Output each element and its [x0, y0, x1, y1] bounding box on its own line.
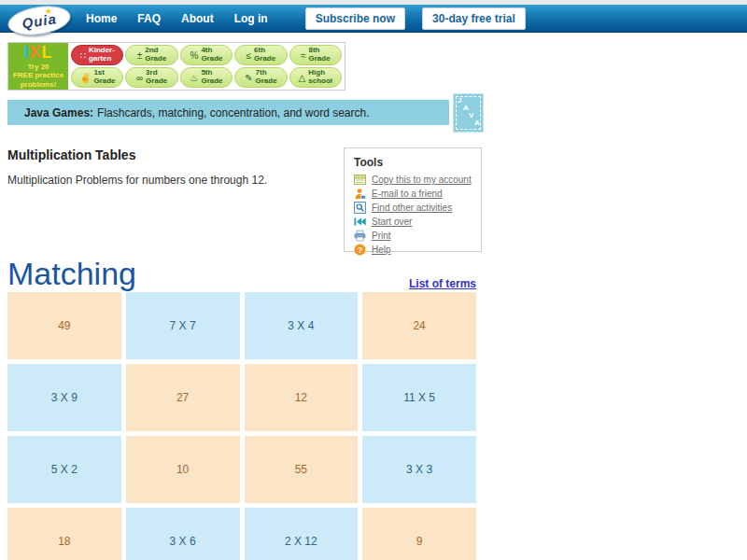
ixl-grade-pill[interactable]: %4th Grade	[180, 45, 233, 65]
nav-home[interactable]: Home	[86, 12, 117, 25]
java-games-banner: Java Games: Flashcards, matching, concen…	[7, 100, 449, 125]
ixl-letter-l: L	[42, 43, 53, 62]
matching-card[interactable]: 55	[245, 436, 359, 503]
ixl-grade-pill[interactable]: ≈8th Grade	[289, 45, 342, 65]
grade-pill-label: 7th Grade	[256, 69, 277, 86]
topbar-nav: Home FAQ About Log in	[86, 12, 268, 25]
matching-card[interactable]: 7 X 7	[126, 292, 240, 359]
matching-card[interactable]: 49	[7, 292, 121, 359]
ixl-grade-pill[interactable]: ±2nd Grade	[125, 45, 177, 65]
java-icon-letter: A	[474, 119, 480, 127]
matching-card[interactable]: 10	[126, 436, 240, 503]
copy-to-account-link[interactable]: Copy this to my account	[372, 175, 472, 185]
ixl-ad-banner[interactable]: IXL Try 20 FREE practice problems! ∷Kind…	[7, 42, 345, 91]
matching-card-grid: 497 X 73 X 4243 X 9271211 X 55 X 210553 …	[7, 292, 476, 560]
plus-minus-icon: ±	[137, 50, 143, 61]
tools-item: ? Help	[354, 245, 472, 255]
ixl-grade-grid: ∷Kinder- garten±2nd Grade%4th Grade≤6th …	[68, 43, 345, 90]
matching-card[interactable]: 3 X 3	[362, 436, 476, 503]
quia-logo[interactable]: Quia ★	[6, 5, 77, 42]
matching-card[interactable]: 9	[362, 508, 476, 560]
hand-icon: ✌	[79, 73, 91, 83]
ixl-grade-pill[interactable]: ✌1st Grade	[71, 67, 123, 88]
ixl-logo: IXL	[23, 44, 52, 61]
tools-item: Copy this to my account	[354, 175, 472, 185]
java-games-text: Flashcards, matching, concentration, and…	[97, 106, 369, 119]
nav-faq[interactable]: FAQ	[137, 12, 161, 25]
grade-pill-label: Kinder- garten	[89, 47, 115, 63]
rewind-icon	[354, 216, 366, 228]
ixl-grade-pill[interactable]: ∞3rd Grade	[125, 67, 177, 88]
list-of-terms-wrap: List of terms	[7, 274, 476, 291]
triangle-icon: △	[299, 73, 306, 83]
topbar-buttons: Subscribe now 30-day free trial	[305, 7, 526, 30]
free-trial-button[interactable]: 30-day free trial	[422, 7, 526, 30]
cake-icon: ♨	[190, 73, 198, 83]
matching-card[interactable]: 27	[126, 364, 240, 431]
grade-pill-label: 2nd Grade	[145, 47, 166, 63]
search-icon	[354, 202, 366, 214]
matching-card[interactable]: 3 X 9	[7, 364, 121, 431]
matching-card[interactable]: 2 X 12	[245, 508, 359, 560]
approx-icon: ≈	[301, 50, 306, 61]
ixl-grade-pill[interactable]: ≤6th Grade	[234, 45, 287, 65]
grade-pill-label: 3rd Grade	[146, 69, 167, 86]
tools-item: Find other activities	[354, 203, 472, 213]
help-link[interactable]: Help	[372, 245, 391, 255]
less-equal-icon: ≤	[247, 50, 252, 61]
java-icon-letter: J	[458, 96, 461, 105]
ixl-grade-pill[interactable]: ∷Kinder- garten	[71, 45, 123, 65]
java-applet-icon: J A V A	[453, 93, 484, 133]
tools-title: Tools	[354, 156, 472, 169]
help-icon: ?	[354, 244, 366, 256]
list-of-terms-link[interactable]: List of terms	[409, 277, 476, 290]
matching-card[interactable]: 12	[245, 364, 359, 431]
svg-text:?: ?	[358, 245, 363, 255]
quia-logo-oval: Quia	[6, 2, 73, 39]
tools-item: Print	[354, 231, 472, 241]
start-over-link[interactable]: Start over	[372, 217, 412, 227]
tools-item: Start over	[354, 217, 472, 227]
dots-icon: ∷	[80, 50, 86, 61]
email-friend-link[interactable]: E-mail to a friend	[372, 189, 443, 199]
matching-card[interactable]: 18	[7, 508, 121, 560]
email-friend-icon	[354, 188, 366, 200]
ixl-grade-pill[interactable]: ♨5th Grade	[180, 67, 233, 88]
top-navigation-bar: Quia ★ Home FAQ About Log in Subscribe n…	[0, 5, 747, 33]
grade-pill-label: 6th Grade	[254, 47, 275, 63]
matching-card[interactable]: 5 X 2	[7, 436, 121, 503]
ixl-logo-block[interactable]: IXL Try 20 FREE practice problems!	[8, 43, 68, 90]
grade-pill-label: 5th Grade	[201, 69, 222, 86]
ixl-letter-x: X	[30, 43, 42, 62]
tools-panel: Tools Copy this to my account E-mail to …	[344, 147, 482, 252]
page: Quia ★ Home FAQ About Log in Subscribe n…	[0, 0, 747, 560]
find-activities-link[interactable]: Find other activities	[372, 203, 452, 213]
star-icon: ★	[44, 6, 53, 16]
grade-pill-label: 1st Grade	[93, 69, 115, 86]
matching-card[interactable]: 24	[362, 292, 476, 359]
tools-item: E-mail to a friend	[354, 189, 472, 199]
java-icon-letter: A	[463, 104, 469, 112]
activity-description: Multiplication Problems for numbers one …	[7, 174, 267, 187]
grade-pill-label: 8th Grade	[308, 47, 330, 63]
grade-pill-label: High school	[308, 69, 332, 86]
printer-icon	[354, 230, 366, 242]
nav-about[interactable]: About	[181, 12, 214, 25]
ixl-grade-pill[interactable]: △High school	[289, 67, 342, 88]
java-icon-letter: V	[469, 111, 473, 119]
matching-card[interactable]: 3 X 4	[245, 292, 359, 359]
percent-icon: %	[190, 50, 198, 61]
java-games-label: Java Games:	[24, 106, 93, 119]
grade-pill-label: 4th Grade	[201, 47, 222, 63]
matching-card[interactable]: 11 X 5	[362, 364, 476, 431]
pencil-icon: ✎	[245, 73, 252, 83]
nav-login[interactable]: Log in	[234, 12, 268, 25]
activity-title: Multiplication Tables	[7, 147, 135, 162]
ixl-tagline: Try 20 FREE practice problems!	[13, 63, 63, 89]
matching-card[interactable]: 3 X 6	[126, 508, 240, 560]
ixl-grade-pill[interactable]: ✎7th Grade	[234, 67, 287, 88]
subscribe-now-button[interactable]: Subscribe now	[305, 7, 405, 30]
print-link[interactable]: Print	[372, 231, 391, 241]
infinity-icon: ∞	[136, 73, 143, 83]
copy-icon	[354, 174, 366, 186]
